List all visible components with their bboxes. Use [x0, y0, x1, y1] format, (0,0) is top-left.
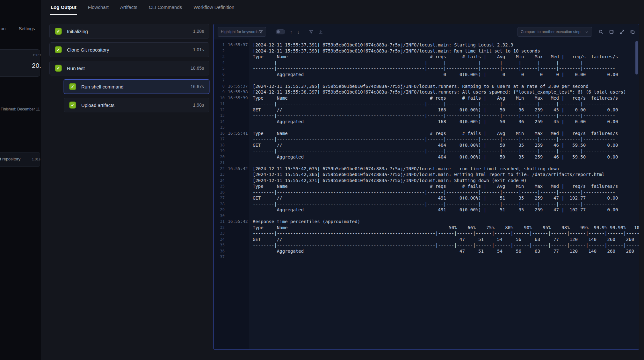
- log-text: GET // 168 0(0.00%) | 50 36 259 45 | 0.0…: [249, 107, 618, 113]
- log-line: 25Type Name # reqs # fails | Avg Min Max…: [214, 183, 639, 189]
- search-logs-button[interactable]: [598, 29, 604, 34]
- toggle-knob: [277, 30, 280, 33]
- tab-artifacts[interactable]: Artifacts: [119, 1, 138, 15]
- log-line: 816:55:37[2024-12-11 15:55:37,395] 6759b…: [214, 83, 639, 89]
- log-text: GET // 491 0(0.00%) | 51 35 259 47 | 102…: [249, 195, 618, 201]
- log-search-controls: ↑ ↓: [276, 29, 323, 35]
- log-text: Type Name # reqs # fails | Avg Min Max M…: [249, 54, 618, 60]
- vertical-scrollbar-thumb[interactable]: [635, 41, 638, 74]
- line-number: 22: [214, 166, 225, 172]
- line-number: 5: [214, 66, 225, 72]
- line-number: 21: [214, 160, 225, 166]
- line-number: 35: [214, 242, 225, 248]
- log-line: 36 Aggregated 47 51 54 56 63 77 120 140 …: [214, 248, 639, 254]
- log-text: [2024-12-11 15:55:37,395] 6759b5eb01be01…: [249, 83, 589, 89]
- download-logs-button[interactable]: [318, 30, 323, 34]
- line-number: 9: [214, 89, 225, 95]
- download-icon: [318, 30, 323, 34]
- log-line: 18GET // 404 0(0.00%) | 50 35 259 46 | 5…: [214, 142, 639, 148]
- step-run-test[interactable]: ✓Run test18.65s: [49, 61, 209, 75]
- log-text: Aggregated 0 0(0.00%) | 0 0 0 0 | 0.00 0…: [249, 72, 618, 78]
- log-line: 28--------|-----------------------------…: [214, 201, 639, 207]
- log-timestamp: 16:55:38: [225, 89, 249, 95]
- log-line: 6 Aggregated 0 0(0.00%) | 0 0 0 0 | 0.00…: [214, 72, 639, 78]
- scroll-up-button[interactable]: ↑: [290, 29, 293, 35]
- step-label: Clone Git repository: [67, 47, 193, 53]
- line-number: 31: [214, 219, 225, 225]
- log-text: --------|-------------------------------…: [249, 242, 639, 248]
- metric-label-fragment: EXEC: [33, 53, 41, 57]
- log-toolbar: Highlight for keywords ↑ ↓: [214, 24, 639, 39]
- panel-view-button[interactable]: [609, 29, 614, 34]
- task-row-fragment-duration: 1.01s: [32, 157, 40, 161]
- filter-level-button[interactable]: [309, 30, 314, 34]
- log-line: 32Type Name 50% 66% 75% 80% 90% 95% 98% …: [214, 225, 639, 231]
- log-text: [2024-12-11 15:55:42,365] 6759b5eb01be01…: [249, 172, 604, 178]
- tab-flowchart[interactable]: Flowchart: [87, 1, 109, 15]
- log-timestamp: 16:55:39: [225, 95, 249, 101]
- line-number: 3: [214, 54, 225, 60]
- nav-item-settings[interactable]: Settings: [19, 26, 35, 31]
- expand-fullscreen-button[interactable]: [619, 29, 625, 34]
- task-row-fragment-label: t repository: [0, 157, 20, 161]
- log-text: [2024-12-11 15:55:42,371] 6759b5eb01be01…: [249, 178, 527, 184]
- log-timestamp: 16:55:42: [225, 166, 249, 172]
- success-check-icon: ✓: [69, 102, 76, 109]
- line-number: 33: [214, 230, 225, 236]
- scroll-down-button[interactable]: ↓: [297, 29, 300, 35]
- log-line: 12GET // 168 0(0.00%) | 50 36 259 45 | 0…: [214, 107, 639, 113]
- log-action-icons: [598, 29, 635, 34]
- step-initializing[interactable]: ✓Initializing1.28s: [49, 24, 209, 39]
- log-line: 116:55:37[2024-12-11 15:55:37,391] 6759b…: [214, 42, 639, 48]
- highlight-keywords-input[interactable]: Highlight for keywords: [218, 27, 266, 37]
- log-text: GET // 404 0(0.00%) | 50 35 259 46 | 59.…: [249, 142, 618, 148]
- step-duration: 18.65s: [191, 66, 204, 71]
- success-check-icon: ✓: [55, 46, 62, 53]
- line-number: 24: [214, 178, 225, 184]
- line-number: 17: [214, 136, 225, 142]
- tab-log-output[interactable]: Log Output: [50, 1, 77, 15]
- step-run-shell-command[interactable]: ✓Run shell command16.67s: [64, 79, 209, 94]
- compare-execution-select[interactable]: Compare to another execution step: [517, 27, 592, 37]
- nav-fragment-execution[interactable]: on: [1, 26, 6, 31]
- log-line: 23[2024-12-11 15:55:42,365] 6759b5eb01be…: [214, 172, 639, 178]
- log-line: 1616:55:41Type Name # reqs # fails | Avg…: [214, 131, 639, 137]
- line-number: 12: [214, 107, 225, 113]
- log-text: Response time percentiles (approximated): [249, 219, 360, 225]
- success-check-icon: ✓: [69, 83, 76, 90]
- log-line: 35--------|-----------------------------…: [214, 242, 639, 248]
- copy-logs-button[interactable]: [630, 29, 635, 34]
- line-number: 29: [214, 207, 225, 213]
- toggle-switch[interactable]: [276, 29, 285, 34]
- log-text: Type Name 50% 66% 75% 80% 90% 95% 98% 99…: [249, 225, 639, 231]
- log-output-panel: Highlight for keywords ↑ ↓: [213, 24, 639, 349]
- step-label: Run shell command: [81, 84, 191, 89]
- log-text: Aggregated 404 0(0.00%) | 50 35 259 46 |…: [249, 154, 618, 160]
- line-number: 27: [214, 195, 225, 201]
- tab-workflow-definition[interactable]: Workflow Definition: [193, 1, 235, 15]
- log-line: 4--------|------------------------------…: [214, 60, 639, 66]
- log-line: 17--------|-----------------------------…: [214, 136, 639, 142]
- filter-icon: [309, 30, 314, 34]
- line-number: 20: [214, 154, 225, 160]
- log-line: 29 Aggregated 491 0(0.00%) | 51 35 259 4…: [214, 207, 639, 213]
- tab-cli-commands[interactable]: CLI Commands: [148, 1, 183, 15]
- log-line: 11--------|-----------------------------…: [214, 101, 639, 107]
- line-number: 15: [214, 124, 225, 131]
- compare-select-value: Compare to another execution step: [521, 30, 585, 34]
- log-body: 116:55:37[2024-12-11 15:55:37,391] 6759b…: [214, 39, 639, 349]
- log-line: 34GET // 47 51 54 56 63 77 120 140 260 2…: [214, 236, 639, 243]
- line-number: 25: [214, 183, 225, 189]
- step-label: Run test: [67, 66, 191, 71]
- log-text: --------|-------------------------------…: [249, 113, 615, 119]
- log-line: 37: [214, 254, 639, 260]
- log-line: 13--------|-----------------------------…: [214, 113, 639, 119]
- log-text: --------|-------------------------------…: [249, 230, 639, 236]
- step-upload-artifacts[interactable]: ✓Upload artifacts1.98s: [64, 98, 209, 112]
- step-duration: 1.98s: [193, 102, 204, 108]
- log-line: 24[2024-12-11 15:55:42,371] 6759b5eb01be…: [214, 178, 639, 184]
- filter-icon[interactable]: [258, 30, 263, 34]
- log-text: --------|-------------------------------…: [249, 201, 615, 207]
- step-clone-git-repository[interactable]: ✓Clone Git repository1.01s: [49, 42, 209, 57]
- step-duration: 1.28s: [193, 29, 204, 34]
